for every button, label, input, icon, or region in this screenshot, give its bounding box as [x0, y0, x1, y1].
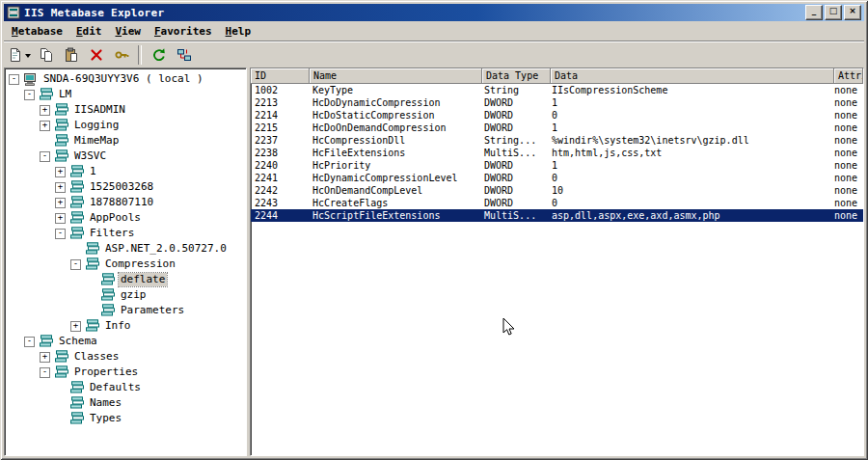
tree-node-label[interactable]: deflate	[119, 273, 167, 286]
menu-item-edit[interactable]: Edit	[69, 24, 109, 40]
dropdown-caret-icon	[24, 47, 32, 63]
new-key-button[interactable]	[7, 43, 33, 67]
property-row-2244[interactable]: 2244HcScriptFileExtensionsMultiS...asp,d…	[251, 209, 863, 222]
tree-node-label[interactable]: MimeMap	[72, 134, 121, 148]
expand-toggle-icon[interactable]: +	[40, 352, 50, 363]
expand-toggle-icon[interactable]: +	[70, 321, 81, 332]
tree-node-asp-net-2-0-50727-0[interactable]: ASP.NET_2.0.50727.0	[5, 241, 246, 257]
tree-node-schema[interactable]: -Schema	[5, 334, 246, 349]
menu-item-favorites[interactable]: Favorites	[148, 24, 219, 40]
property-row-2240[interactable]: 2240HcPriorityDWORD1none	[251, 159, 863, 172]
tree-node-lm[interactable]: -LM	[5, 87, 246, 102]
tree-node-parameters[interactable]: Parameters	[5, 303, 246, 318]
refresh-button[interactable]	[147, 43, 171, 67]
tree-node-label[interactable]: Properties	[72, 365, 140, 379]
property-row-2237[interactable]: 2237HcCompressionDllString...%windir%\sy…	[251, 134, 863, 147]
property-row-2214[interactable]: 2214HcDoStaticCompressionDWORD0none	[251, 109, 863, 122]
cell-data: 10	[548, 184, 830, 197]
tree-node-label[interactable]: Schema	[57, 335, 99, 348]
collapse-toggle-icon[interactable]: -	[40, 151, 50, 162]
tree-node-logging[interactable]: +Logging	[5, 118, 246, 133]
tree-node-apppools[interactable]: +AppPools	[5, 210, 246, 226]
edit-key-button[interactable]	[109, 43, 133, 67]
tree-node-defaults[interactable]: Defaults	[5, 380, 246, 395]
tree-node-properties[interactable]: -Properties	[5, 365, 246, 380]
copy-button[interactable]	[34, 43, 58, 67]
tree-node-label[interactable]: Info	[103, 319, 133, 333]
property-row-2213[interactable]: 2213HcDoDynamicCompressionDWORD1none	[251, 96, 863, 109]
expand-toggle-icon[interactable]: +	[55, 198, 66, 208]
column-header-name[interactable]: Name	[310, 68, 482, 84]
tree-node-label[interactable]: W3SVC	[72, 149, 108, 163]
tree-node-gzip[interactable]: gzip	[5, 287, 246, 303]
tree-node-label[interactable]: LM	[57, 88, 73, 101]
expand-toggle-icon[interactable]: +	[55, 213, 66, 224]
tree-node-label[interactable]: Parameters	[119, 304, 186, 317]
tree-node-label[interactable]: Names	[88, 396, 123, 410]
collapse-toggle-icon[interactable]: -	[24, 337, 35, 347]
tree-node-compression[interactable]: -Compression	[5, 257, 246, 272]
tree-node-label[interactable]: 1525003268	[88, 180, 155, 194]
tree-node-deflate[interactable]: deflate	[5, 272, 246, 287]
tree-node-label[interactable]: Types	[88, 412, 123, 425]
tree-node-label[interactable]: 1878807110	[88, 196, 155, 209]
tree-node-filters[interactable]: -Filters	[5, 226, 246, 241]
collapse-toggle-icon[interactable]: -	[70, 259, 81, 270]
tree-node-label[interactable]: ASP.NET_2.0.50727.0	[103, 242, 229, 256]
tree-node-classes[interactable]: +Classes	[5, 349, 246, 365]
menu-item-metabase[interactable]: Metabase	[5, 24, 69, 40]
expand-toggle-icon[interactable]: +	[55, 182, 66, 193]
tree-node-1525003268[interactable]: +1525003268	[5, 179, 246, 195]
tree-node-label[interactable]: AppPools	[88, 211, 143, 225]
connect-button[interactable]	[172, 43, 196, 67]
title-bar[interactable]: IIS Metabase Explorer _□×	[4, 4, 864, 21]
menu-item-view[interactable]: View	[108, 24, 148, 40]
tree-node-label[interactable]: Compression	[103, 257, 177, 271]
tree-node-label[interactable]: gzip	[119, 288, 149, 302]
collapse-toggle-icon[interactable]: -	[40, 367, 50, 378]
expand-toggle-icon[interactable]: +	[40, 105, 50, 116]
tree-node-snda-69q3uyy3v6-local[interactable]: -SNDA-69Q3UYY3V6 ( local )	[5, 71, 246, 87]
property-row-2241[interactable]: 2241HcDynamicCompressionLevelDWORD0none	[251, 172, 863, 184]
cell-name: HcDoDynamicCompression	[309, 96, 480, 109]
menu-item-help[interactable]: Help	[219, 24, 258, 40]
close-button[interactable]: ×	[844, 5, 861, 20]
expand-toggle-icon[interactable]: +	[55, 167, 66, 177]
property-row-2215[interactable]: 2215HcDoOnDemandCompressionDWORD1none	[251, 122, 863, 134]
tree-node-1[interactable]: +1	[5, 164, 246, 179]
tree-node-label[interactable]: Filters	[88, 227, 136, 240]
tree-node-types[interactable]: Types	[5, 411, 246, 426]
maximize-button[interactable]: □	[825, 5, 842, 20]
tree-node-label[interactable]: Defaults	[88, 381, 143, 394]
tree-node-label[interactable]: Logging	[72, 119, 121, 132]
copy-icon	[39, 47, 54, 63]
tree-node-label[interactable]: SNDA-69Q3UYY3V6 ( local )	[41, 72, 205, 86]
tree-node-1878807110[interactable]: +1878807110	[5, 195, 246, 210]
property-row-2243[interactable]: 2243HcCreateFlagsDWORD0none	[251, 197, 863, 209]
expand-toggle-icon[interactable]: +	[40, 121, 50, 131]
paste-button[interactable]	[59, 43, 83, 67]
db-icon	[69, 396, 85, 410]
column-header-id[interactable]: ID	[251, 68, 310, 84]
tree-node-label[interactable]: Classes	[72, 350, 121, 364]
tree-node-names[interactable]: Names	[5, 395, 246, 411]
tree-node-w3svc[interactable]: -W3SVC	[5, 149, 246, 164]
collapse-toggle-icon[interactable]: -	[55, 229, 66, 239]
tree-node-mimemap[interactable]: MimeMap	[5, 133, 246, 149]
cell-data: 1	[548, 159, 830, 172]
column-header-data-type[interactable]: Data Type	[482, 68, 551, 84]
delete-button[interactable]	[84, 43, 108, 67]
tree-node-info[interactable]: +Info	[5, 318, 246, 334]
property-row-2238[interactable]: 2238HcFileExtensionsMultiS...htm,html,js…	[251, 147, 863, 159]
collapse-toggle-icon[interactable]: -	[24, 90, 35, 100]
tree-node-label[interactable]: 1	[88, 165, 98, 178]
cell-id: 2214	[251, 109, 309, 122]
tree-node-iisadmin[interactable]: +IISADMIN	[5, 102, 246, 118]
property-row-1002[interactable]: 1002KeyTypeStringIIsCompressionSchemenon…	[251, 84, 863, 96]
minimize-button[interactable]: _	[805, 5, 823, 20]
column-header-attributes[interactable]: Attributes	[834, 68, 863, 84]
column-header-data[interactable]: Data	[551, 68, 834, 84]
tree-node-label[interactable]: IISADMIN	[72, 103, 127, 117]
property-row-2242[interactable]: 2242HcOnDemandCompLevelDWORD10none	[251, 184, 863, 197]
collapse-toggle-icon[interactable]: -	[9, 74, 19, 85]
